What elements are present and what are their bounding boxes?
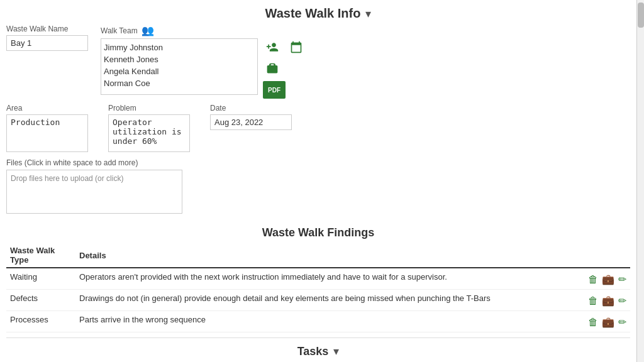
- finding-type-processes: Processes: [6, 311, 75, 332]
- findings-header: Waste Walk Findings: [6, 221, 630, 243]
- finding-details-processes: Parts arrive in the wrong sequence 🗑 💼 ✏: [75, 311, 630, 332]
- form-row-area-problem-date: Area Production Problem Operator utiliza…: [6, 104, 630, 152]
- briefcase-icon[interactable]: [263, 60, 282, 77]
- trash-icon[interactable]: 🗑: [588, 274, 598, 285]
- walk-team-field: Walk Team 👥 Jimmy Johnston Kenneth Jones…: [101, 25, 306, 99]
- edit-icon[interactable]: ✏: [618, 316, 626, 328]
- date-input[interactable]: [210, 114, 292, 130]
- team-member-list[interactable]: Jimmy Johnston Kenneth Jones Angela Kend…: [101, 38, 258, 95]
- list-item: Angela Kendall: [104, 65, 255, 77]
- waste-walk-name-input[interactable]: [6, 35, 88, 51]
- col-waste-walk-type: Waste Walk Type: [6, 243, 75, 268]
- scrollbar-thumb[interactable]: [638, 3, 644, 28]
- waste-walk-info-header: Waste Walk Info ▾: [6, 0, 630, 25]
- findings-title: Waste Walk Findings: [262, 226, 375, 239]
- problem-field: Problem Operator utilization is under 60…: [108, 104, 190, 152]
- tasks-title: Tasks: [297, 345, 329, 358]
- pdf-icon[interactable]: PDF: [263, 81, 286, 99]
- files-label: Files (Click in white space to add more): [6, 158, 630, 167]
- files-section: Files (Click in white space to add more)…: [6, 158, 630, 214]
- files-placeholder: Drop files here to upload (or click): [11, 174, 123, 183]
- finding-type-waiting: Waiting: [6, 268, 75, 290]
- finding-row-processes: Processes Parts arrive in the wrong sequ…: [6, 311, 630, 332]
- waste-walk-name-field: Waste Walk Name: [6, 25, 88, 51]
- calendar-icon[interactable]: [287, 38, 306, 56]
- area-label: Area: [6, 104, 88, 112]
- edit-icon[interactable]: ✏: [618, 295, 626, 307]
- team-action-icons: PDF: [263, 38, 306, 99]
- tasks-header: Tasks ▾: [6, 337, 630, 362]
- findings-table: Waste Walk Type Details Waiting Operator…: [6, 243, 630, 332]
- form-row-name-team: Waste Walk Name Walk Team 👥 Jimmy Johnst…: [6, 25, 630, 99]
- date-label: Date: [210, 104, 292, 112]
- walk-team-label: Walk Team 👥: [101, 25, 306, 36]
- files-drop-zone[interactable]: Drop files here to upload (or click): [6, 170, 182, 214]
- area-field: Area Production: [6, 104, 88, 152]
- list-item: Norman Coe: [104, 77, 255, 89]
- finding-details-defects: Drawings do not (in general) provide eno…: [75, 290, 630, 311]
- area-input[interactable]: Production: [6, 114, 88, 152]
- edit-icon[interactable]: ✏: [618, 273, 626, 285]
- page-title: Waste Walk Info: [265, 6, 361, 21]
- briefcase-icon[interactable]: 💼: [602, 295, 614, 307]
- scrollbar[interactable]: [636, 0, 644, 362]
- waste-walk-name-label: Waste Walk Name: [6, 25, 88, 33]
- problem-label: Problem: [108, 104, 190, 112]
- tasks-chevron-down-icon[interactable]: ▾: [333, 344, 339, 358]
- walk-team-area: Jimmy Johnston Kenneth Jones Angela Kend…: [101, 38, 306, 99]
- briefcase-icon[interactable]: 💼: [602, 316, 614, 328]
- finding-details-waiting: Operators aren't provided with the next …: [75, 268, 630, 290]
- briefcase-icon[interactable]: 💼: [602, 273, 614, 285]
- add-person-icon[interactable]: [263, 38, 282, 56]
- col-details: Details: [75, 243, 630, 268]
- chevron-down-icon[interactable]: ▾: [365, 7, 371, 21]
- problem-input[interactable]: Operator utilization is under 60%: [108, 114, 190, 152]
- finding-type-defects: Defects: [6, 290, 75, 311]
- finding-row-defects: Defects Drawings do not (in general) pro…: [6, 290, 630, 311]
- list-item: Jimmy Johnston: [104, 41, 255, 53]
- list-item: Kenneth Jones: [104, 53, 255, 65]
- trash-icon[interactable]: 🗑: [588, 295, 598, 307]
- date-field: Date: [210, 104, 292, 130]
- persons-icon: 👥: [142, 25, 154, 36]
- trash-icon[interactable]: 🗑: [588, 317, 598, 328]
- finding-row-waiting: Waiting Operators aren't provided with t…: [6, 268, 630, 290]
